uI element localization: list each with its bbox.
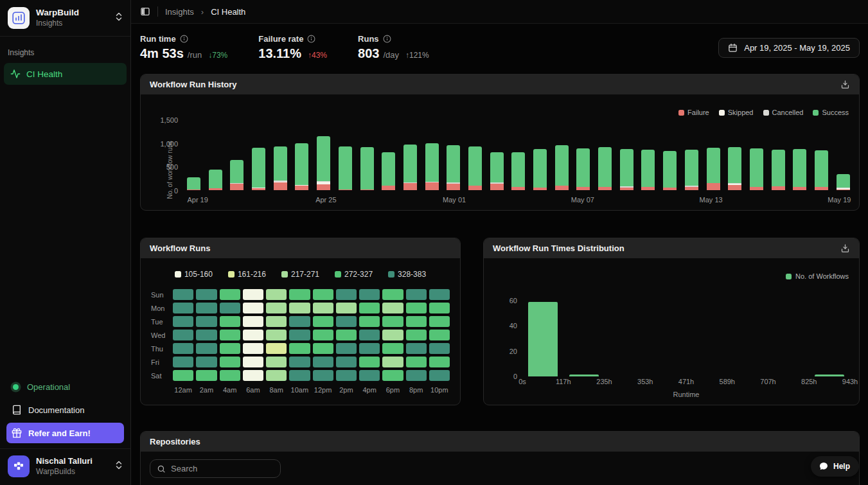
heatmap-cell[interactable] — [196, 370, 217, 381]
status-operational[interactable]: Operational — [6, 377, 124, 397]
heatmap-cell[interactable] — [313, 357, 333, 367]
heatmap-cell[interactable] — [173, 303, 193, 313]
history-bar[interactable] — [641, 150, 655, 190]
history-bar[interactable] — [209, 170, 222, 190]
heatmap-cell[interactable] — [289, 370, 310, 381]
heatmap-cell[interactable] — [382, 357, 403, 367]
heatmap-cell[interactable] — [243, 330, 263, 340]
heatmap-cell[interactable] — [289, 316, 310, 327]
heatmap-cell[interactable] — [382, 303, 403, 313]
heatmap-cell[interactable] — [336, 370, 357, 381]
history-bar[interactable] — [598, 147, 612, 190]
history-bar[interactable] — [576, 148, 590, 190]
heatmap-cell[interactable] — [359, 357, 380, 367]
heatmap-cell[interactable] — [289, 303, 310, 313]
heatmap-cell[interactable] — [196, 316, 217, 327]
heatmap-cell[interactable] — [406, 330, 427, 340]
heatmap-cell[interactable] — [220, 370, 240, 381]
history-bar[interactable] — [533, 149, 547, 190]
heatmap-cell[interactable] — [359, 316, 380, 327]
heatmap-cell[interactable] — [313, 289, 333, 300]
info-icon[interactable] — [180, 35, 188, 43]
heatmap-cell[interactable] — [173, 343, 193, 354]
heatmap-cell[interactable] — [359, 370, 380, 381]
heatmap-cell[interactable] — [429, 303, 450, 313]
heatmap-cell[interactable] — [196, 357, 217, 367]
heatmap-cell[interactable] — [289, 357, 310, 367]
history-bar[interactable] — [750, 148, 763, 190]
heatmap-cell[interactable] — [336, 357, 357, 367]
history-bar[interactable] — [403, 145, 417, 190]
heatmap-cell[interactable] — [429, 316, 450, 327]
breadcrumb-insights[interactable]: Insights — [165, 7, 194, 17]
history-bar[interactable] — [772, 150, 785, 190]
history-bar[interactable] — [707, 148, 720, 190]
heatmap-cell[interactable] — [313, 330, 333, 340]
heatmap-cell[interactable] — [266, 289, 287, 300]
heatmap-cell[interactable] — [382, 370, 403, 381]
heatmap-cell[interactable] — [173, 289, 193, 300]
heatmap-cell[interactable] — [243, 370, 263, 381]
heatmap-cell[interactable] — [406, 357, 427, 367]
heatmap-cell[interactable] — [313, 343, 333, 354]
heatmap-cell[interactable] — [196, 289, 217, 300]
heatmap-cell[interactable] — [266, 330, 287, 340]
history-bar[interactable] — [252, 148, 265, 190]
heatmap-cell[interactable] — [196, 303, 217, 313]
history-bar[interactable] — [317, 136, 330, 190]
heatmap-cell[interactable] — [382, 343, 403, 354]
heatmap-cell[interactable] — [359, 289, 380, 300]
history-bar[interactable] — [815, 150, 828, 190]
heatmap-cell[interactable] — [173, 357, 193, 367]
history-bar[interactable] — [685, 150, 698, 190]
heatmap-cell[interactable] — [406, 303, 427, 313]
heatmap-cell[interactable] — [406, 316, 427, 327]
search-input[interactable] — [171, 464, 267, 473]
heatmap-cell[interactable] — [313, 303, 333, 313]
refer-and-earn-button[interactable]: Refer and Earn! — [6, 423, 124, 443]
distribution-bar[interactable] — [815, 375, 844, 376]
history-bar[interactable] — [425, 143, 439, 190]
history-bar[interactable] — [728, 147, 741, 190]
history-bar[interactable] — [793, 149, 806, 190]
history-bar[interactable] — [230, 160, 244, 190]
heatmap-cell[interactable] — [429, 370, 450, 381]
heatmap-cell[interactable] — [336, 343, 357, 354]
heatmap-cell[interactable] — [220, 330, 240, 340]
export-icon[interactable] — [840, 80, 850, 89]
workspace-switcher[interactable]: WarpBuild Insights — [0, 0, 130, 37]
heatmap-cell[interactable] — [266, 357, 287, 367]
heatmap-cell[interactable] — [429, 289, 450, 300]
history-bar[interactable] — [490, 152, 504, 190]
heatmap-cell[interactable] — [336, 330, 357, 340]
history-bar[interactable] — [187, 177, 200, 190]
heatmap-cell[interactable] — [243, 343, 263, 354]
history-bar[interactable] — [339, 146, 352, 190]
history-bar[interactable] — [837, 174, 850, 190]
heatmap-cell[interactable] — [220, 357, 240, 367]
heatmap-cell[interactable] — [382, 330, 403, 340]
heatmap-cell[interactable] — [220, 316, 240, 327]
history-bar[interactable] — [511, 152, 525, 190]
heatmap-cell[interactable] — [173, 330, 193, 340]
history-bar[interactable] — [274, 146, 287, 190]
distribution-bar[interactable] — [569, 375, 599, 376]
history-bar[interactable] — [663, 151, 677, 190]
heatmap-cell[interactable] — [266, 370, 287, 381]
heatmap-cell[interactable] — [220, 289, 240, 300]
history-bar[interactable] — [620, 149, 633, 190]
heatmap-cell[interactable] — [289, 343, 310, 354]
heatmap-cell[interactable] — [243, 357, 263, 367]
heatmap-cell[interactable] — [406, 289, 427, 300]
heatmap-cell[interactable] — [266, 316, 287, 327]
info-icon[interactable] — [307, 35, 315, 43]
heatmap-cell[interactable] — [243, 316, 263, 327]
history-bar[interactable] — [382, 152, 395, 190]
heatmap-cell[interactable] — [429, 343, 450, 354]
heatmap-cell[interactable] — [243, 289, 263, 300]
heatmap-cell[interactable] — [429, 330, 450, 340]
heatmap-cell[interactable] — [173, 370, 193, 381]
sidebar-item-documentation[interactable]: Documentation — [6, 400, 124, 420]
heatmap-cell[interactable] — [382, 316, 403, 327]
sidebar-toggle-icon[interactable] — [140, 6, 150, 17]
